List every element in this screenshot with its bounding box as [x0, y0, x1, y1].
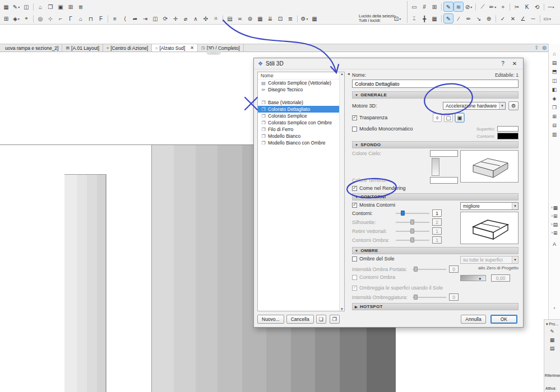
import-style-icon[interactable]: ❏	[316, 315, 326, 324]
ok-button[interactable]: OK	[490, 315, 517, 324]
grid-overlay-icon[interactable]: ▦▾	[2, 2, 11, 11]
separator[interactable]: ▾	[223, 15, 223, 22]
sketch-mode-icon[interactable]: ▢	[444, 113, 453, 122]
undo-icon[interactable]: ⟲▾	[533, 2, 542, 11]
slab-tool-icon[interactable]: ≡▾	[110, 14, 119, 23]
separator[interactable]: ▾	[510, 3, 510, 11]
annotate-icon[interactable]: ✎▾	[444, 2, 453, 11]
slider-thumb[interactable]	[414, 295, 418, 300]
quick-layers-icon[interactable]: ⊡▾	[393, 14, 402, 23]
expand-all-icon[interactable]: ⊞	[552, 112, 557, 121]
tree-item-elevations[interactable]: ›▤	[551, 220, 558, 228]
transparency-checkbox[interactable]	[352, 115, 357, 120]
style-list-item[interactable]: ✏ Disegno Tecnico	[258, 86, 339, 93]
add-icon[interactable]: ＋▾	[498, 2, 507, 11]
view-map-icon[interactable]: ⬒	[552, 67, 557, 76]
separator[interactable]: ▾	[33, 3, 34, 11]
slider-thumb[interactable]	[401, 211, 405, 216]
scroll-up-icon[interactable]: ▲	[340, 72, 344, 76]
delete-style-button[interactable]: Cancella	[286, 315, 314, 324]
shadow-contours-checkbox[interactable]	[352, 275, 357, 280]
publish-icon[interactable]: ⇪	[535, 45, 539, 50]
beam-tool-icon[interactable]: ⊓▾	[86, 14, 95, 23]
separator[interactable]: ▾	[108, 15, 108, 22]
close-button[interactable]: ✕	[510, 60, 519, 67]
home-view-icon[interactable]: ⌂▾	[36, 2, 45, 11]
snap-grid-icon[interactable]: ⊞▾	[430, 2, 439, 11]
document-tab[interactable]: ⌂ [Alzato Sud] ✕	[152, 44, 198, 52]
layer-settings-icon[interactable]: ▦▾	[310, 14, 319, 23]
shade-surfaces-checkbox[interactable]	[352, 286, 357, 291]
separator[interactable]: ▾	[544, 3, 544, 11]
spline-tool-icon[interactable]: ✣▾	[201, 14, 210, 23]
contours-color-swatch[interactable]	[497, 133, 519, 139]
render-background-checkbox[interactable]	[352, 186, 357, 191]
document-tab[interactable]: uova rampa e sezione_2]	[0, 44, 62, 52]
cancel-icon[interactable]: ✕▾	[508, 14, 517, 23]
pencil-tool-icon[interactable]: ✏▾	[464, 14, 473, 23]
document-tab[interactable]: ◳ [3D / Completo]	[198, 44, 244, 52]
wall-tool-icon[interactable]: ⊞▾	[2, 14, 11, 23]
slider-thumb[interactable]	[410, 237, 414, 242]
style-list-item[interactable]: ❐ Base (Vettoriale)	[258, 99, 339, 106]
layout-book-icon[interactable]: ▣▾	[56, 2, 65, 11]
slider-thumb[interactable]	[414, 267, 418, 272]
list-scrollbar[interactable]: ▲ ▼	[339, 72, 344, 311]
slash-tool-icon[interactable]: ∕▾	[454, 14, 463, 23]
section-ombre[interactable]: ▼ OMBRE	[352, 247, 519, 254]
polyline-tool-icon[interactable]: ∧▾	[191, 14, 200, 23]
line-weight-icon[interactable]: ⟋▾	[478, 2, 487, 11]
worksheet-tool-icon[interactable]: ◫▾	[151, 14, 160, 23]
project-map-icon[interactable]: ▤	[552, 58, 557, 67]
new-style-button[interactable]: Nuovo...	[257, 315, 284, 324]
section-collapse-icon[interactable]: ▼	[355, 143, 358, 147]
trim-icon[interactable]: ✂▾	[512, 2, 521, 11]
navigator-home-icon[interactable]: ⌂	[553, 49, 556, 58]
circle-tool-icon[interactable]: ⌀▾	[181, 14, 190, 23]
dimension-tool-icon[interactable]: ≍▾	[235, 14, 244, 23]
style-list-item[interactable]: ❐ Filo di Ferro	[258, 126, 339, 133]
style-list-item[interactable]: ▤ Colorato Semplice (Vettoriale)	[258, 80, 339, 86]
shadow-surface-dropdown[interactable]: su tutte le superfici ▼	[460, 256, 519, 264]
style-list-item[interactable]: ❐ Colorato Semplice	[258, 113, 339, 119]
favorites-icon[interactable]: ◈	[553, 94, 557, 103]
lock-icon[interactable]: ⊘▾	[464, 2, 473, 11]
layout-map-icon[interactable]: ◫	[552, 76, 557, 85]
shadow-gradient-swatch[interactable]: ▴	[460, 275, 486, 281]
reference-list-icon[interactable]: ▤	[550, 346, 555, 354]
windows-icon[interactable]: ❐▾	[46, 2, 55, 11]
style-list-item[interactable]: ❐ Colorato Dettagliato	[258, 106, 339, 113]
section-collapse-icon[interactable]: ▼	[355, 249, 358, 253]
separator[interactable]: ▾	[540, 15, 540, 22]
shadow-intensity-slider[interactable]	[413, 267, 446, 272]
document-tab[interactable]: ▤ [A.01 Layout]	[62, 44, 103, 52]
separator[interactable]: ▾	[496, 15, 496, 22]
section-collapse-icon[interactable]: ▼	[355, 195, 358, 199]
zone-tool-icon[interactable]: ▤▾	[225, 14, 234, 23]
schedule-icon[interactable]: ≣▾	[286, 14, 295, 23]
sky-color-swatch[interactable]	[430, 150, 458, 157]
slider-thumb[interactable]	[410, 228, 414, 234]
tab-overflow-handle[interactable]: ...	[206, 49, 221, 55]
style-list-item[interactable]: ❐ Colorato Semplice con Ombre	[258, 119, 339, 126]
dash-icon[interactable]: ─▾	[529, 14, 538, 23]
shade-intensity-slider[interactable]	[413, 295, 446, 300]
contour-slider[interactable]	[396, 237, 429, 243]
sun-shadows-checkbox[interactable]	[352, 256, 357, 262]
angle-icon[interactable]: ∠▾	[519, 14, 527, 23]
shading-mode-icon[interactable]: ⬨	[433, 113, 442, 122]
text-style-icon[interactable]: A	[553, 240, 556, 249]
help-button[interactable]: ?	[498, 60, 507, 67]
separator[interactable]: ▾	[33, 15, 34, 22]
zoom-tool-icon[interactable]: ◎▾	[36, 14, 45, 23]
rotate-icon[interactable]: ⟳▾	[161, 14, 170, 23]
reference-grid-icon[interactable]: ▦	[550, 337, 555, 346]
document-tab[interactable]: ⌖ [Centro di Azione]	[103, 44, 152, 52]
marquee-icon[interactable]: ▭▾	[410, 2, 419, 11]
reference-panel-header[interactable]: ▾ Pro...	[546, 322, 558, 326]
engine-dropdown[interactable]: Accelerazione hardware ▼	[443, 102, 506, 110]
separator[interactable]: ▾	[297, 15, 298, 22]
settings-icon[interactable]: ⚙▾	[300, 14, 309, 23]
organizer-icon[interactable]: ⊞▾	[66, 2, 75, 11]
selection-box-icon[interactable]: ▭▾	[543, 14, 552, 23]
